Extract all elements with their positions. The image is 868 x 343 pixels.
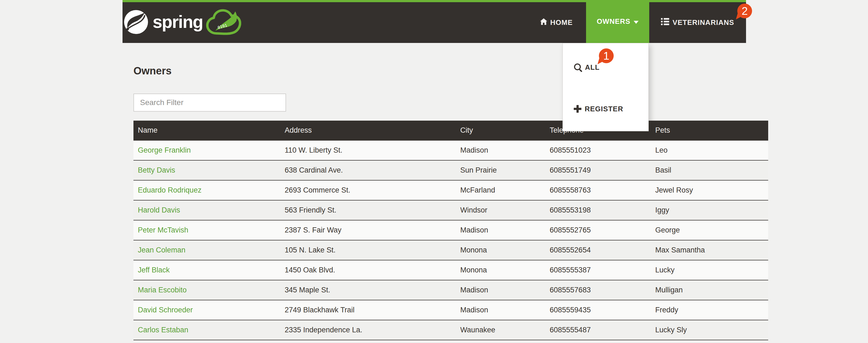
caret-down-icon xyxy=(633,21,639,24)
nav-item-label: HOME xyxy=(550,18,572,27)
owner-telephone-cell: 6085552765 xyxy=(545,220,651,240)
owner-pets-cell: Lucky xyxy=(651,260,768,280)
owner-name-link[interactable]: David Schroeder xyxy=(138,306,193,314)
owner-pets-cell: Leo xyxy=(651,140,768,160)
owner-name-link[interactable]: George Franklin xyxy=(138,146,191,154)
owner-city-cell: Madison xyxy=(456,220,545,240)
home-icon xyxy=(540,18,548,27)
owner-name-cell: Maria Escobito xyxy=(133,280,280,300)
owner-name-cell: Harold Davis xyxy=(133,200,280,220)
brand-logo[interactable]: spring 0101 xyxy=(123,2,241,43)
owner-telephone-cell: 6085551749 xyxy=(545,160,651,180)
column-header-city: City xyxy=(456,121,545,140)
veterinarians-notification-badge: 2 xyxy=(737,4,752,18)
all-owners-notification-badge: 1 xyxy=(599,49,614,63)
badge-count: 2 xyxy=(742,5,748,17)
svg-text:0101: 0101 xyxy=(217,23,227,30)
brand-wordmark: spring xyxy=(153,12,203,32)
owner-row: Eduardo Rodriquez 2693 Commerce St. McFa… xyxy=(133,180,768,200)
owner-name-link[interactable]: Betty Davis xyxy=(138,166,175,174)
owner-telephone-cell: 6085555387 xyxy=(545,260,651,280)
owner-name-link[interactable]: Jean Coleman xyxy=(138,246,185,254)
owner-row: David Schroeder 2749 Blackhawk Trail Mad… xyxy=(133,300,768,320)
owner-name-link[interactable]: Jeff Black xyxy=(138,266,170,274)
navbar-top-stripe xyxy=(123,0,746,2)
owner-address-cell: 105 N. Lake St. xyxy=(280,240,456,260)
owner-name-cell: Jean Coleman xyxy=(133,240,280,260)
owner-row: Betty Davis 638 Cardinal Ave. Sun Prairi… xyxy=(133,160,768,180)
owner-address-cell: 110 W. Liberty St. xyxy=(280,140,456,160)
owner-pets-cell: Jewel Rosy xyxy=(651,180,768,200)
owner-address-cell: 638 Cardinal Ave. xyxy=(280,160,456,180)
owner-row: Harold Davis 563 Friendly St. Windsor 60… xyxy=(133,200,768,220)
column-header-name: Name xyxy=(133,121,280,140)
owner-address-cell: 2335 Independence La. xyxy=(280,320,456,340)
owner-name-cell: George Franklin xyxy=(133,140,280,160)
navbar: spring 0101 HOME OWNERS xyxy=(123,0,746,43)
nav-item-label: VETERINARIANS xyxy=(673,18,734,27)
owner-telephone-cell: 6085557683 xyxy=(545,280,651,300)
column-header-address: Address xyxy=(280,121,456,140)
owner-name-link[interactable]: Carlos Estaban xyxy=(138,326,188,334)
owner-address-cell: 2749 Blackhawk Trail xyxy=(280,300,456,320)
owner-telephone-cell: 6085558763 xyxy=(545,180,651,200)
owner-name-link[interactable]: Harold Davis xyxy=(138,206,180,214)
dropdown-item-label: REGISTER xyxy=(585,105,623,113)
owner-pets-cell: Iggy xyxy=(651,200,768,220)
owner-pets-cell: George xyxy=(651,220,768,240)
petclinic-owners-page: spring 0101 HOME OWNERS xyxy=(0,0,868,343)
owner-name-cell: David Schroeder xyxy=(133,300,280,320)
search-filter-input[interactable] xyxy=(133,94,286,112)
owners-table-header: Name Address City Telephone Pets xyxy=(133,121,768,140)
owner-city-cell: Madison xyxy=(456,280,545,300)
owner-telephone-cell: 6085551023 xyxy=(545,140,651,160)
list-icon xyxy=(661,18,669,27)
owner-city-cell: McFarland xyxy=(456,180,545,200)
owner-name-link[interactable]: Maria Escobito xyxy=(138,286,187,294)
nav-item-owners[interactable]: OWNERS xyxy=(586,0,649,43)
owner-telephone-cell: 6085559435 xyxy=(545,300,651,320)
owner-city-cell: Monona xyxy=(456,240,545,260)
nav-item-home[interactable]: HOME xyxy=(526,2,586,43)
owner-name-cell: Eduardo Rodriquez xyxy=(133,180,280,200)
owner-name-cell: Jeff Black xyxy=(133,260,280,280)
owner-city-cell: Windsor xyxy=(456,200,545,220)
owner-row: George Franklin 110 W. Liberty St. Madis… xyxy=(133,140,768,160)
owner-city-cell: Madison xyxy=(456,140,545,160)
owner-name-link[interactable]: Eduardo Rodriquez xyxy=(138,186,202,194)
owner-pets-cell: Lucky Sly xyxy=(651,320,768,340)
owners-dropdown-menu: ALL 1 REGISTER xyxy=(562,43,649,131)
owner-city-cell: Waunakee xyxy=(456,320,545,340)
owner-row: Jean Coleman 105 N. Lake St. Monona 6085… xyxy=(133,240,768,260)
plus-icon xyxy=(574,105,581,113)
owners-table-body: George Franklin 110 W. Liberty St. Madis… xyxy=(133,140,768,340)
owner-pets-cell: Basil xyxy=(651,160,768,180)
spring-cloud-icon: 0101 xyxy=(206,8,241,37)
owner-address-cell: 2387 S. Fair Way xyxy=(280,220,456,240)
owner-name-cell: Peter McTavish xyxy=(133,220,280,240)
column-header-pets: Pets xyxy=(651,121,768,140)
owner-telephone-cell: 6085555487 xyxy=(545,320,651,340)
owner-name-cell: Carlos Estaban xyxy=(133,320,280,340)
owner-row: Jeff Black 1450 Oak Blvd. Monona 6085555… xyxy=(133,260,768,280)
owner-name-link[interactable]: Peter McTavish xyxy=(138,226,188,234)
search-icon xyxy=(574,63,583,72)
owner-pets-cell: Mulligan xyxy=(651,280,768,300)
owner-pets-cell: Max Samantha xyxy=(651,240,768,260)
owner-telephone-cell: 6085552654 xyxy=(545,240,651,260)
owner-telephone-cell: 6085553198 xyxy=(545,200,651,220)
owner-pets-cell: Freddy xyxy=(651,300,768,320)
dropdown-item-register[interactable]: REGISTER xyxy=(574,101,623,117)
owner-address-cell: 1450 Oak Blvd. xyxy=(280,260,456,280)
nav-item-veterinarians[interactable]: VETERINARIANS xyxy=(649,2,746,43)
page-title: Owners xyxy=(133,65,172,77)
owner-row: Carlos Estaban 2335 Independence La. Wau… xyxy=(133,320,768,340)
nav-item-label: OWNERS xyxy=(597,17,630,26)
owner-city-cell: Madison xyxy=(456,300,545,320)
owner-address-cell: 345 Maple St. xyxy=(280,280,456,300)
badge-count: 1 xyxy=(603,50,609,61)
dropdown-item-all[interactable]: ALL xyxy=(574,60,600,75)
owners-table: Name Address City Telephone Pets George … xyxy=(133,121,768,340)
owner-address-cell: 2693 Commerce St. xyxy=(280,180,456,200)
owner-address-cell: 563 Friendly St. xyxy=(280,200,456,220)
